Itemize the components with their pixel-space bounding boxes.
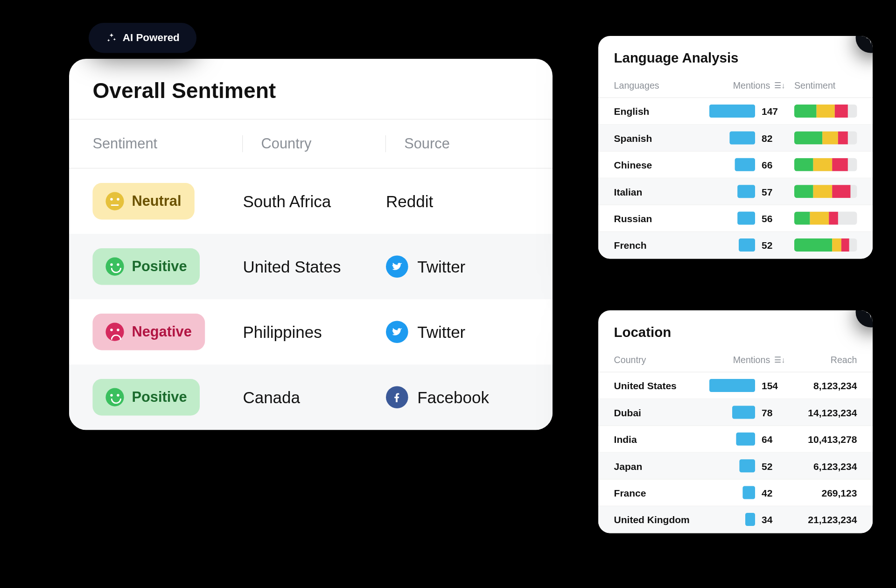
table-row[interactable]: English 147 (598, 98, 873, 125)
table-row[interactable]: Spanish 82 (598, 125, 873, 151)
header-country[interactable]: Country (242, 135, 386, 152)
header-sentiment-col[interactable]: Sentiment (785, 80, 857, 91)
header-mentions: Mentions (733, 355, 770, 365)
table-row[interactable]: Chinese 66 (598, 152, 873, 178)
sort-desc-icon: ☰↓ (774, 81, 785, 91)
header-sentiment[interactable]: Sentiment (92, 135, 243, 152)
mentions-value: 52 (762, 460, 785, 471)
mentions-bar (709, 379, 755, 392)
mentions-bar (709, 105, 755, 118)
mentions-cell: 66 (693, 158, 785, 171)
header-mentions: Mentions (733, 80, 770, 91)
header-country-col[interactable]: Country (614, 355, 699, 365)
ai-powered-badge: AI Powered (89, 23, 196, 53)
table-row[interactable]: United States 154 8,123,234 (598, 372, 873, 399)
table-row[interactable]: Russian 56 (598, 205, 873, 232)
overall-sentiment-title: Overall Sentiment (69, 59, 553, 119)
sentiment-neutral-segment (813, 185, 832, 198)
sentiment-negative-segment (838, 131, 847, 144)
reach-value: 14,123,234 (785, 407, 857, 418)
table-row[interactable]: Japan 52 6,123,234 (598, 453, 873, 479)
mentions-bar (737, 185, 755, 198)
country-cell: South Africa (243, 192, 386, 211)
table-row[interactable]: French 52 (598, 232, 873, 259)
country-cell: Philippines (243, 322, 386, 342)
mentions-bar (739, 238, 755, 252)
country-name: France (614, 487, 699, 498)
sparkle-icon (105, 32, 117, 44)
mentions-cell: 154 (699, 379, 785, 392)
table-row[interactable]: Positive United States Twitter (69, 234, 553, 299)
table-row[interactable]: Negative Philippines Twitter (69, 299, 553, 364)
face-positive-icon (105, 388, 124, 406)
header-reach[interactable]: Reach (785, 355, 857, 365)
mentions-cell: 147 (693, 105, 785, 118)
location-title: Location (598, 310, 873, 348)
location-table-header: Country Mentions ☰↓ Reach (598, 348, 873, 372)
overall-table-header: Sentiment Country Source (69, 119, 553, 168)
mentions-value: 34 (762, 514, 785, 525)
sentiment-stacked-bar (794, 131, 857, 144)
mentions-cell: 57 (693, 185, 785, 198)
mentions-value: 64 (762, 434, 785, 445)
sentiment-negative-segment (832, 185, 851, 198)
sentiment-neutral-segment (832, 238, 841, 252)
header-languages[interactable]: Languages (614, 80, 693, 91)
source-label: Twitter (417, 257, 465, 276)
sentiment-positive-segment (794, 212, 810, 225)
source-label: Twitter (417, 322, 465, 342)
language-name: Russian (614, 213, 693, 224)
twitter-icon (386, 255, 408, 278)
sentiment-negative-segment (835, 105, 847, 118)
table-row[interactable]: Positive Canada Facebook (69, 364, 553, 430)
table-row[interactable]: Italian 57 (598, 178, 873, 205)
source-cell: Reddit (386, 192, 529, 211)
language-title: Language Analysis (598, 36, 873, 74)
mentions-value: 57 (762, 186, 785, 197)
sentiment-pill-positive: Positive (92, 248, 200, 285)
country-name: India (614, 434, 699, 445)
sentiment-label: Positive (132, 389, 187, 406)
language-name: Spanish (614, 133, 693, 144)
sentiment-bar-cell (785, 105, 857, 118)
source-cell: Twitter (386, 255, 529, 278)
facebook-icon (386, 386, 408, 408)
source-cell: Twitter (386, 321, 529, 343)
sort-desc-icon: ☰↓ (774, 356, 785, 365)
table-row[interactable]: India 64 10,413,278 (598, 426, 873, 453)
country-name: Dubai (614, 407, 699, 418)
table-row[interactable]: France 42 269,123 (598, 480, 873, 506)
mentions-cell: 52 (699, 459, 785, 472)
table-row[interactable]: Neutral South Africa Reddit (69, 168, 553, 234)
sentiment-stacked-bar (794, 158, 857, 171)
reach-value: 10,413,278 (785, 434, 857, 445)
mentions-cell: 34 (699, 513, 785, 526)
sentiment-stacked-bar (794, 185, 857, 198)
sentiment-negative-segment (832, 158, 848, 171)
header-mentions-sort[interactable]: Mentions ☰↓ (693, 80, 785, 91)
mentions-bar (736, 433, 755, 446)
location-card: Location Country Mentions ☰↓ Reach Unite… (598, 310, 873, 533)
reach-value: 8,123,234 (785, 380, 857, 391)
header-source[interactable]: Source (385, 135, 529, 152)
language-analysis-card: Language Analysis Languages Mentions ☰↓ … (598, 36, 873, 259)
mentions-value: 154 (762, 380, 785, 391)
table-row[interactable]: United Kingdom 34 21,123,234 (598, 506, 873, 533)
mentions-value: 82 (762, 133, 785, 144)
sentiment-neutral-segment (816, 105, 835, 118)
header-mentions-sort[interactable]: Mentions ☰↓ (699, 355, 785, 365)
sentiment-positive-segment (794, 158, 813, 171)
sentiment-stacked-bar (794, 105, 857, 118)
language-name: Chinese (614, 159, 693, 170)
mentions-cell: 52 (693, 238, 785, 252)
table-row[interactable]: Dubai 78 14,123,234 (598, 399, 873, 426)
brand-icon (863, 36, 873, 46)
face-neutral-icon (105, 192, 124, 210)
mentions-value: 78 (762, 407, 785, 418)
country-name: United States (614, 380, 699, 391)
sentiment-positive-segment (794, 105, 816, 118)
sentiment-neutral-segment (810, 212, 829, 225)
sentiment-negative-segment (829, 212, 838, 225)
mentions-value: 52 (762, 239, 785, 251)
sentiment-positive-segment (794, 131, 822, 144)
